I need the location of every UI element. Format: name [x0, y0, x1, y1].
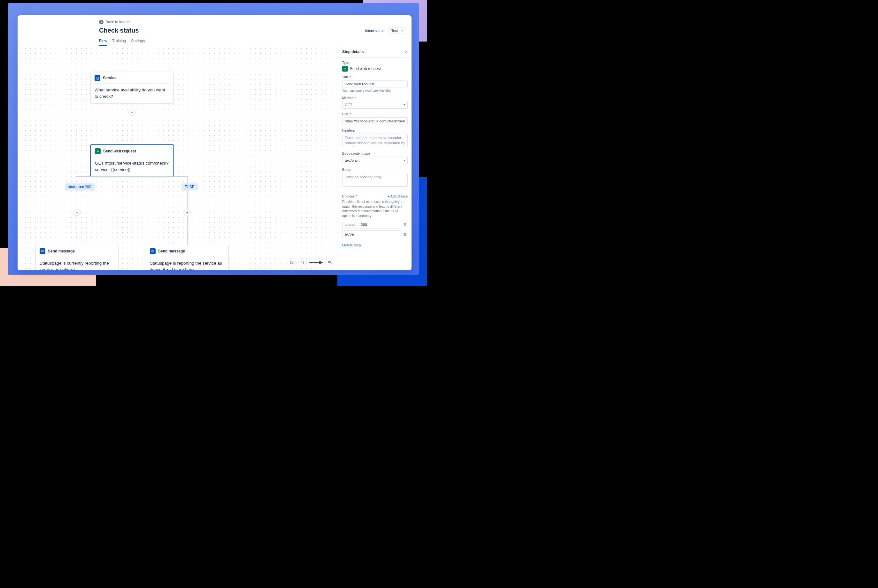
document-icon — [94, 75, 100, 81]
title-help: Your customers won't see this title. — [342, 89, 408, 92]
msg-left-title: Send message — [48, 249, 75, 254]
back-to-intents-link[interactable]: ‹ Back to intents — [99, 20, 131, 24]
method-select[interactable]: GET — [342, 101, 408, 109]
msg-left-body: Statuspage is currently reporting the se… — [36, 257, 118, 270]
choices-description: Provide a list of expressions that going… — [342, 200, 408, 218]
message-icon — [40, 248, 45, 254]
bodytype-label: Body content type — [342, 152, 408, 155]
center-canvas-button[interactable] — [288, 258, 296, 267]
add-choice-button[interactable]: + Add choice — [388, 194, 408, 198]
tabs: Flow Training Settings — [99, 39, 405, 46]
branch-status-200[interactable]: status == 200 — [65, 183, 94, 190]
web-request-icon — [95, 148, 100, 154]
add-step-button-right[interactable]: + — [184, 209, 191, 216]
tab-settings[interactable]: Settings — [131, 39, 145, 46]
branch-else[interactable]: ELSE — [181, 183, 198, 190]
body-label: Body — [342, 168, 408, 172]
body-input[interactable] — [342, 173, 408, 187]
zoom-controls — [288, 258, 334, 267]
page-title: Check status — [99, 27, 139, 34]
send-message-left-node[interactable]: Send message Statuspage is currently rep… — [36, 245, 118, 270]
headers-label: Headers — [342, 129, 408, 132]
delete-step-link[interactable]: Delete step — [342, 243, 361, 247]
back-arrow-icon: ‹ — [99, 20, 103, 24]
intent-status-label: Intent status: — [365, 29, 385, 33]
intent-status-select[interactable]: Test — [388, 27, 405, 34]
type-value: Send web request — [350, 66, 381, 71]
step-details-panel: Step details × Type Send web request Tit… — [338, 46, 412, 270]
svg-line-7 — [303, 263, 304, 264]
title-field-label: Title — [342, 75, 408, 79]
svg-rect-0 — [96, 77, 98, 79]
tab-training[interactable]: Training — [112, 39, 126, 46]
choice-input-2[interactable] — [342, 230, 401, 238]
choice-row: 🗑 — [342, 221, 408, 228]
svg-point-4 — [290, 261, 293, 264]
webreq-title: Send web request — [103, 149, 136, 153]
type-label: Type — [342, 61, 408, 64]
app-window: ‹ Back to intents Check status Intent st… — [18, 15, 412, 270]
choice-row: 🗑 — [342, 230, 408, 238]
message-icon — [150, 248, 156, 254]
back-label: Back to intents — [105, 20, 131, 24]
method-label: Method — [342, 96, 408, 100]
send-message-right-node[interactable]: Send message Statuspage is reporting the… — [146, 245, 229, 270]
tab-flow[interactable]: Flow — [99, 39, 107, 46]
zoom-out-button[interactable] — [298, 258, 307, 267]
close-panel-button[interactable]: × — [405, 49, 408, 54]
headers-input[interactable] — [342, 134, 408, 147]
delete-choice-icon[interactable]: 🗑 — [403, 232, 408, 237]
msg-right-title: Send message — [158, 249, 185, 254]
add-step-button-left[interactable]: + — [73, 209, 81, 216]
svg-line-11 — [331, 263, 332, 264]
url-label: URL — [342, 112, 408, 116]
choices-label: Choices — [342, 195, 357, 198]
header: ‹ Back to intents Check status Intent st… — [18, 15, 412, 46]
svg-point-3 — [291, 262, 292, 263]
web-request-icon — [342, 66, 348, 72]
delete-choice-icon[interactable]: 🗑 — [403, 222, 408, 227]
service-node-title: Service — [103, 76, 117, 80]
add-step-button-1[interactable]: + — [129, 109, 135, 116]
msg-right-body: Statuspage is reporting the service as d… — [146, 257, 228, 270]
panel-title: Step details — [342, 50, 364, 54]
title-input[interactable] — [342, 80, 408, 88]
zoom-slider[interactable] — [309, 262, 323, 263]
zoom-in-button[interactable] — [326, 258, 334, 267]
flow-canvas[interactable]: Service What service availability do you… — [18, 46, 338, 270]
url-input[interactable] — [342, 117, 408, 125]
bodytype-select[interactable]: text/plain — [342, 157, 408, 164]
choice-input-1[interactable] — [342, 221, 401, 228]
